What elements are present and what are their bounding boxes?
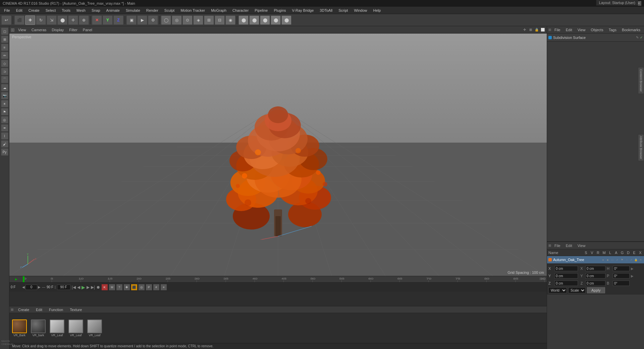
viewport-menu-display[interactable]: Display	[50, 27, 66, 33]
keyframe-mode-button[interactable]: K	[102, 284, 108, 290]
menu-create[interactable]: Create	[26, 8, 42, 13]
play-button[interactable]: ▶	[82, 285, 85, 290]
menu-render[interactable]: Render	[144, 8, 161, 13]
left-tool-nurbs[interactable]: ⊃	[1, 68, 8, 75]
right-menu-view[interactable]: View	[576, 27, 588, 33]
x-axis-button[interactable]: ✕	[92, 15, 102, 25]
obj-icon-arrow1[interactable]: →	[625, 258, 629, 262]
menu-file[interactable]: File	[1, 8, 13, 13]
record-all-button[interactable]: P	[146, 284, 152, 290]
left-tool-spline-pen[interactable]: ✒	[1, 124, 8, 132]
undo-button[interactable]: ↩	[1, 15, 11, 25]
material-item-vrleaf1[interactable]: VR_Leaf	[48, 319, 66, 337]
menu-plugins[interactable]: Plugins	[271, 8, 288, 13]
obj-icon-square2[interactable]: □	[610, 258, 614, 262]
timeline-extra-button[interactable]: ≡	[161, 284, 167, 290]
right-bottom-menu-edit[interactable]: Edit	[564, 243, 574, 248]
mat-menu-function[interactable]: Function	[47, 307, 65, 312]
left-tool-sculpt[interactable]: ⌇	[1, 132, 8, 140]
mode5[interactable]: ⬤	[281, 15, 291, 25]
frame-input-next[interactable]: ▶	[38, 285, 41, 289]
right-menu-objects[interactable]: Objects	[589, 27, 605, 33]
obj-icon-square1[interactable]: ■	[606, 258, 610, 262]
tool4[interactable]: ◈	[193, 15, 203, 25]
viewport[interactable]: X Y Z Perspective Grid Spacing : 100 cm	[9, 34, 547, 276]
menu-motion-tracker[interactable]: Motion Tracker	[178, 8, 208, 13]
viewport-menu-cameras[interactable]: Cameras	[30, 27, 49, 33]
tool1[interactable]: ◯	[161, 15, 171, 25]
subdivision-edit-icon[interactable]: ✎	[636, 36, 639, 39]
coord-x-size[interactable]	[585, 266, 605, 271]
left-tool-scene[interactable]: ☁	[1, 84, 8, 91]
apply-button[interactable]: Apply	[587, 287, 605, 293]
viewport-icon-move[interactable]: ✛	[522, 27, 527, 33]
viewport-icon-max[interactable]: ⬜	[540, 27, 545, 33]
timeline-ruler[interactable]: ▶ 0 5 10 15 20 25 30	[9, 276, 547, 282]
right-menu-tags[interactable]: Tags	[607, 27, 619, 33]
mode3[interactable]: ⬤	[260, 15, 270, 25]
viewport-icon-frame[interactable]: ⊞	[528, 27, 533, 33]
coord-y-pos[interactable]	[554, 273, 578, 279]
circle-button[interactable]: ◎	[139, 284, 145, 290]
left-tool-layers[interactable]: ≡	[1, 44, 8, 51]
coord-p-rot[interactable]	[613, 273, 630, 279]
menu-help[interactable]: Help	[371, 8, 384, 13]
subdivision-row[interactable]: Subdivision Surface ✎ ✓	[547, 34, 644, 42]
left-tool-pen[interactable]: ✏	[1, 52, 8, 59]
left-tool-polygon[interactable]: ◇	[1, 60, 8, 67]
render-preview-button[interactable]: ▣	[126, 15, 137, 25]
material-item-vrleaf2[interactable]: VR_Leaf	[67, 319, 85, 337]
left-tool-paint[interactable]: 🖌	[1, 140, 8, 148]
menu-script[interactable]: Script	[336, 8, 351, 13]
menu-sculpt[interactable]: Sculpt	[162, 8, 177, 13]
viewport-menu-filter[interactable]: Filter	[67, 27, 79, 33]
coord-b-rot[interactable]	[613, 281, 630, 286]
menu-tools[interactable]: Tools	[59, 8, 73, 13]
record-button[interactable]: ⏺	[96, 285, 100, 290]
menu-animate[interactable]: Animate	[104, 8, 122, 13]
mat-menu-texture[interactable]: Texture	[68, 307, 84, 312]
obj-icon-check1[interactable]: ✓	[615, 258, 619, 262]
scale-button[interactable]: ⇲	[47, 15, 57, 25]
right-menu-file[interactable]: File	[552, 27, 562, 33]
move-button[interactable]: ✚	[25, 15, 35, 25]
material-item-vrleaf3[interactable]: VR_Leaf	[86, 319, 103, 337]
rotate-button[interactable]: ↻	[36, 15, 46, 25]
next-frame-button[interactable]: ▶	[87, 285, 90, 290]
mode4[interactable]: ⬤	[271, 15, 281, 25]
go-to-start-button[interactable]: |◀	[72, 285, 76, 290]
menu-window[interactable]: Window	[351, 8, 370, 13]
coord-y-arrow[interactable]: ▶	[631, 274, 634, 278]
timeline-collapse-icon[interactable]: ⊟	[543, 277, 545, 281]
tool5[interactable]: ⊞	[204, 15, 214, 25]
coord-z-size[interactable]	[585, 281, 605, 286]
tool2[interactable]: ◎	[172, 15, 182, 25]
z-axis-button[interactable]: Z	[113, 15, 123, 25]
left-tool-light[interactable]: ☀	[1, 100, 8, 107]
live-selection-button[interactable]: ⬛	[14, 15, 24, 25]
help-mode-button[interactable]: ?	[116, 284, 122, 290]
grid-button[interactable]: #	[153, 284, 159, 290]
frame-input-prev[interactable]: ◀	[22, 285, 25, 289]
coord-z-pos[interactable]	[554, 281, 578, 286]
menu-mesh[interactable]: Mesh	[74, 8, 88, 13]
menu-snap[interactable]: Snap	[89, 8, 103, 13]
left-tool-cube[interactable]: ◻	[1, 28, 8, 35]
left-tool-deform[interactable]: ⌒	[1, 76, 8, 83]
motion-mode-button[interactable]: M	[109, 284, 115, 290]
left-tool-checker[interactable]: ⊞	[1, 36, 8, 43]
obj-icon-x1[interactable]: ✕	[639, 258, 643, 262]
frame-input[interactable]	[25, 285, 37, 290]
tool3[interactable]: ⊙	[182, 15, 193, 25]
timeline-expand-icon[interactable]: ⊞	[539, 277, 542, 281]
coord-x-arrow[interactable]: ▶	[631, 267, 634, 270]
mode1[interactable]: ⬤	[238, 15, 249, 25]
left-tool-camera[interactable]: 📷	[1, 92, 8, 99]
autokey-button[interactable]: ⬛	[131, 284, 137, 290]
coord-x-pos[interactable]	[554, 266, 578, 271]
menu-simulate[interactable]: Simulate	[123, 8, 143, 13]
scale-mode-dropdown[interactable]: Scale Size	[568, 287, 586, 293]
right-menu-bookmarks[interactable]: Bookmarks	[620, 27, 642, 33]
obj-icon-circle1[interactable]: ●	[601, 258, 605, 262]
transform-button[interactable]: ⬤	[57, 15, 67, 25]
